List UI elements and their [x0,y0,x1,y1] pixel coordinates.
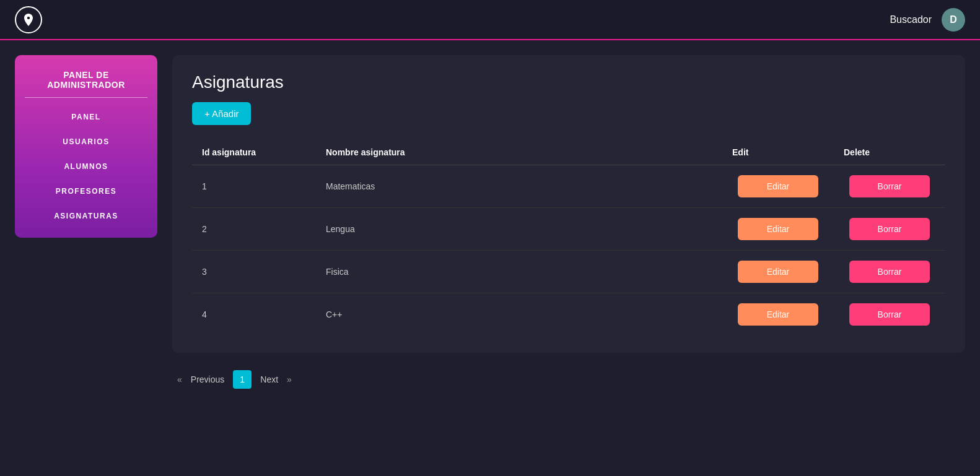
table-header: Id asignatura Nombre asignatura Edit Del… [192,140,945,165]
col-header-id: Id asignatura [192,140,316,165]
sidebar-nav: PANEL USUARIOS ALUMNOS PROFESORES ASIGNA… [25,110,147,223]
sidebar-divider [25,97,147,98]
logo[interactable] [15,6,42,33]
content: Asignaturas + Añadir Id asignatura Nombr… [172,55,965,461]
sidebar-title: PANEL DE ADMINISTRADOR [25,70,147,90]
main-layout: PANEL DE ADMINISTRADOR PANEL USUARIOS AL… [0,40,980,476]
delete-button[interactable]: Borrar [849,175,930,197]
cell-delete: Borrar [834,251,945,293]
col-header-delete: Delete [834,140,945,165]
sidebar: PANEL DE ADMINISTRADOR PANEL USUARIOS AL… [15,55,157,238]
page-number-1[interactable]: 1 [233,370,252,389]
prev-button[interactable]: Previous [185,371,230,388]
cell-delete: Borrar [834,165,945,208]
col-header-edit: Edit [722,140,834,165]
add-button[interactable]: + Añadir [192,102,251,125]
buscador-label: Buscador [890,14,932,25]
edit-button[interactable]: Editar [738,175,818,197]
next-chevron: » [287,374,292,384]
cell-edit: Editar [722,293,834,336]
cell-id: 2 [192,208,316,251]
table-row: 3FisicaEditarBorrar [192,251,945,293]
cell-edit: Editar [722,251,834,293]
edit-button[interactable]: Editar [738,261,818,283]
col-header-nombre: Nombre asignatura [316,140,722,165]
header: Buscador D [0,0,980,40]
table-row: 1MatematicasEditarBorrar [192,165,945,208]
cell-delete: Borrar [834,293,945,336]
cell-nombre: Fisica [316,251,722,293]
table-card: Asignaturas + Añadir Id asignatura Nombr… [172,55,965,353]
cell-nombre: Lengua [316,208,722,251]
avatar[interactable]: D [942,8,965,32]
cell-id: 4 [192,293,316,336]
cell-nombre: Matematicas [316,165,722,208]
delete-button[interactable]: Borrar [849,303,930,326]
cell-edit: Editar [722,208,834,251]
edit-button[interactable]: Editar [738,303,818,326]
sidebar-item-alumnos[interactable]: ALUMNOS [25,160,147,173]
header-right: Buscador D [890,8,965,32]
sidebar-item-panel[interactable]: PANEL [25,110,147,124]
table-row: 4C++EditarBorrar [192,293,945,336]
sidebar-item-usuarios[interactable]: USUARIOS [25,135,147,149]
page-title: Asignaturas [192,72,945,92]
cell-id: 3 [192,251,316,293]
cell-nombre: C++ [316,293,722,336]
table-row: 2LenguaEditarBorrar [192,208,945,251]
svg-point-0 [27,16,30,20]
sidebar-item-profesores[interactable]: PROFESORES [25,184,147,198]
table-body: 1MatematicasEditarBorrar2LenguaEditarBor… [192,165,945,336]
cell-delete: Borrar [834,208,945,251]
pagination: « Previous 1 Next » [172,370,965,389]
next-button[interactable]: Next [254,371,284,388]
table-header-row: Id asignatura Nombre asignatura Edit Del… [192,140,945,165]
delete-button[interactable]: Borrar [849,261,930,283]
data-table: Id asignatura Nombre asignatura Edit Del… [192,140,945,335]
prev-chevron: « [177,374,182,384]
edit-button[interactable]: Editar [738,218,818,240]
logo-icon [21,12,36,27]
cell-edit: Editar [722,165,834,208]
sidebar-item-asignaturas[interactable]: ASIGNATURAS [25,209,147,223]
cell-id: 1 [192,165,316,208]
delete-button[interactable]: Borrar [849,218,930,240]
